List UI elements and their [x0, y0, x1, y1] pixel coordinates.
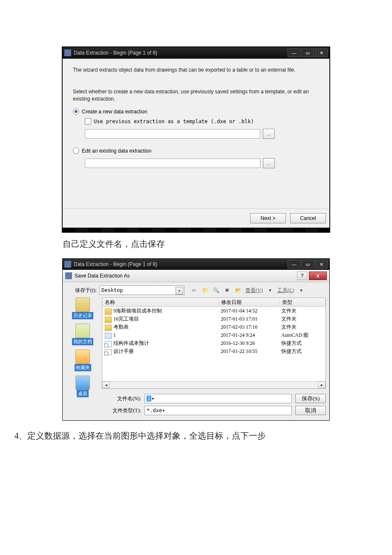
tools-menu[interactable]: 工具(L)	[277, 286, 294, 295]
history-icon	[75, 298, 90, 312]
desktop-icon	[75, 376, 90, 390]
modal-title: Save Data Extraction As	[75, 273, 297, 279]
radio-edit-row[interactable]: Edit an existing data extraction	[73, 147, 319, 154]
edit-path-input[interactable]	[85, 159, 260, 168]
close-button[interactable]: ✕	[315, 49, 328, 57]
file-row[interactable]: 设计手册2017-01-22 10:55快捷方式	[102, 347, 326, 356]
file-row[interactable]: 9海斯顿项目成本控制2017-01-04 14:52文件夹	[102, 307, 326, 315]
window-title: Data Extraction - Begin (Page 1 of 8)	[74, 261, 288, 267]
browse-edit-button[interactable]: ...	[263, 158, 275, 168]
col-name[interactable]: 名称	[102, 299, 219, 306]
dropdown-icon[interactable]: ▾	[162, 408, 165, 413]
next-button[interactable]: Next >	[250, 213, 286, 223]
browse-template-button[interactable]: ...	[263, 129, 275, 139]
window-title: Data Extraction - Begin (Page 1 of 8)	[74, 50, 288, 56]
titlebar[interactable]: Data Extraction - Begin (Page 1 of 8) — …	[63, 259, 329, 270]
minimize-button[interactable]: —	[288, 260, 300, 269]
dropdown-icon[interactable]: ▾	[266, 286, 274, 295]
filename-input[interactable]: 2 ▾	[144, 394, 292, 403]
dropdown-icon[interactable]: ▾	[176, 287, 183, 295]
places-favorites[interactable]: 收藏夹	[75, 350, 91, 371]
dropdown-icon[interactable]: ▾	[151, 396, 154, 402]
documents-icon	[75, 324, 90, 338]
cancel-button[interactable]: 取消	[295, 406, 326, 415]
app-icon	[64, 261, 71, 268]
filetype-value: *.dxe	[147, 408, 162, 413]
help-button[interactable]: ?	[297, 272, 307, 280]
file-row[interactable]: 结构件成本预计2016-12-30 9:26快捷方式	[102, 339, 326, 347]
newfolder-icon[interactable]: 📂	[234, 286, 242, 295]
scroll-left-icon[interactable]: ◂	[102, 382, 110, 388]
app-icon	[64, 49, 71, 56]
search-icon[interactable]: 🔍	[212, 286, 220, 295]
cancel-button[interactable]: Cancel	[290, 213, 326, 223]
lnk-icon	[105, 349, 112, 355]
places-bar: 历史记录 我的文档 收藏夹 桌面	[66, 298, 99, 415]
places-label: 收藏夹	[75, 364, 91, 371]
places-label: 我的文档	[72, 338, 93, 345]
delete-icon[interactable]: ✖	[223, 286, 231, 295]
radio-create-row[interactable]: Create a new data extraction	[73, 108, 319, 115]
modal-titlebar[interactable]: Save Data Extraction As ? x	[63, 270, 329, 282]
save-button[interactable]: 保存(S)	[295, 394, 326, 403]
save-in-label: 保存于(I):	[66, 287, 97, 294]
save-in-combo[interactable]: Desktop ▾	[99, 286, 184, 295]
h-scrollbar[interactable]: ◂ ▸	[102, 381, 326, 388]
filename-value: 2	[147, 396, 151, 402]
wizard-window-2: Data Extraction - Begin (Page 1 of 8) — …	[62, 258, 330, 421]
checkbox-template-label: Use previous extraction as a template (.…	[94, 119, 254, 124]
places-history[interactable]: 历史记录	[72, 298, 93, 319]
lnk-icon	[105, 341, 112, 347]
document-caption-2: 4、定义数据源，选择在当前图形中选择对象，全选目标，点下一步	[14, 428, 330, 443]
radio-create-label: Create a new data extraction	[82, 109, 147, 115]
filetype-label: 文件类型(T):	[102, 407, 141, 414]
places-label: 历史记录	[72, 312, 93, 319]
file-list-header[interactable]: 名称 修改日期 类型	[102, 298, 326, 307]
maximize-button[interactable]: ▭	[301, 49, 314, 57]
modal-close-button[interactable]: x	[309, 272, 327, 280]
minimize-button[interactable]: —	[288, 49, 300, 57]
up-icon[interactable]: 📁	[201, 286, 209, 295]
file-row[interactable]: 考勤表2017-02-03 17:10文件夹	[102, 323, 326, 331]
folder-icon	[105, 317, 112, 323]
scroll-right-icon[interactable]: ▸	[318, 382, 326, 388]
save-as-dialog: Save Data Extraction As ? x 保存于(I): Desk…	[63, 270, 329, 420]
places-mydocs[interactable]: 我的文档	[72, 324, 93, 345]
file-list[interactable]: 名称 修改日期 类型 9海斯顿项目成本控制2017-01-04 14:52文件夹…	[102, 298, 326, 389]
checkbox-icon[interactable]	[85, 118, 91, 124]
maximize-button[interactable]: ▭	[301, 260, 314, 269]
prompt-text: Select whether to create a new data extr…	[73, 88, 319, 103]
titlebar[interactable]: Data Extraction - Begin (Page 1 of 8) — …	[63, 47, 329, 58]
intro-text: The wizard extracts object data from dra…	[73, 66, 319, 74]
folder-icon	[105, 309, 112, 315]
folder-icon	[105, 325, 112, 331]
wizard-window: Data Extraction - Begin (Page 1 of 8) — …	[62, 47, 330, 232]
radio-edit-label: Edit an existing data extraction	[82, 148, 151, 154]
document-caption-1: 自己定义文件名，点击保存	[63, 238, 329, 250]
col-date[interactable]: 修改日期	[219, 299, 280, 306]
dropdown-icon[interactable]: ▾	[297, 286, 306, 295]
save-in-value: Desktop	[101, 287, 123, 293]
close-button[interactable]: ✕	[315, 260, 328, 269]
dwg-icon	[105, 333, 112, 339]
template-path-input[interactable]	[85, 129, 260, 139]
filename-label: 文件名(N):	[102, 395, 141, 402]
checkbox-template-row[interactable]: Use previous extraction as a template (.…	[85, 118, 319, 124]
filetype-combo[interactable]: *.dxe ▾	[144, 406, 292, 415]
favorites-icon	[75, 350, 90, 364]
back-icon[interactable]: ⇦	[190, 286, 198, 295]
places-label: 桌面	[77, 390, 89, 397]
app-icon	[65, 272, 72, 279]
places-desktop[interactable]: 桌面	[75, 376, 90, 397]
view-menu[interactable]: 查看(V)	[245, 286, 263, 295]
radio-icon[interactable]	[73, 108, 79, 115]
file-row[interactable]: 16完工项目2017-01-03 17:01文件夹	[102, 315, 326, 323]
col-type[interactable]: 类型	[280, 299, 326, 306]
file-row[interactable]: 12017-01-24 9:24AutoCAD 图	[102, 331, 326, 339]
radio-icon[interactable]	[73, 147, 79, 154]
